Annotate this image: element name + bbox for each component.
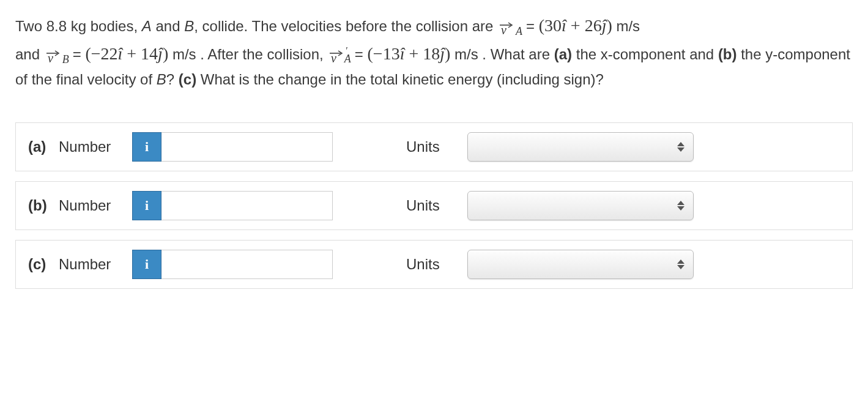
row-part-label: (c) [28,256,50,273]
vA-equals: = [526,18,539,34]
vector-arrow-icon: v [327,48,346,63]
info-icon: i [145,139,149,155]
svg-marker-10 [677,259,684,264]
row-number-label: Number [59,256,120,273]
info-button[interactable]: i [132,250,161,279]
vector-arrow-icon: v [44,48,62,63]
answer-row-c: (c) Number i Units [15,240,853,289]
part-c-text: ? [166,71,179,88]
number-input-c[interactable] [161,250,333,279]
ms1: m/s [616,18,640,34]
answer-row-a: (a) Number i Units [15,122,853,171]
svg-text:v: v [501,23,506,35]
svg-text:v: v [331,51,336,63]
select-arrows-icon [677,142,684,152]
part-a-label: (a) [554,46,572,62]
svg-marker-7 [677,147,684,152]
vB-expression: (−22î + 14ĵ) [85,44,168,63]
input-group-b: i [132,191,333,220]
svg-marker-9 [677,206,684,211]
part-c-q: What is the change in the total kinetic … [196,71,604,88]
ms2: m/s [172,46,200,62]
units-label: Units [406,138,449,155]
collide-text: , collide. The velocities before the col… [194,18,497,34]
select-arrows-icon [677,201,684,211]
vector-vA: vA [497,18,526,34]
body-A: A [142,18,152,34]
and2: and [15,46,44,62]
problem-text: Two 8.8 kg bodies, A and B, collide. The… [15,12,853,92]
svg-text:v: v [48,51,53,63]
vAp-equals: = [355,46,368,62]
row-part-label: (a) [28,138,50,155]
and1: and [152,18,184,34]
body-B2: B [157,71,166,88]
vector-vB: vB [44,47,73,62]
number-input-a[interactable] [161,132,333,162]
units-select-c[interactable] [467,250,694,279]
body-B: B [184,18,194,34]
row-number-label: Number [59,197,120,214]
svg-marker-8 [677,201,684,205]
units-select-a[interactable] [467,132,694,162]
q-text: . What are [482,46,554,62]
units-select-b[interactable] [467,191,694,220]
answer-row-b: (b) Number i Units [15,181,853,230]
vA-expression: (30î + 26ĵ) [539,16,612,35]
part-c-label: (c) [179,71,196,88]
after-text: . After the collision, [200,46,327,62]
vector-arrow-icon: v [497,20,516,35]
row-number-label: Number [59,138,120,155]
ms3: m/s [454,46,482,62]
svg-marker-11 [677,265,684,269]
info-button[interactable]: i [132,132,161,162]
vAp-expression: (−13î + 18ĵ) [368,44,451,63]
vector-vA-prime: v′A [327,47,355,62]
number-input-b[interactable] [161,191,333,220]
info-button[interactable]: i [132,191,161,220]
info-icon: i [145,256,149,272]
part-a-text: the x-component and [572,46,718,62]
info-icon: i [145,198,149,214]
input-group-c: i [132,250,333,279]
units-label: Units [406,256,449,273]
problem-part1: Two 8.8 kg bodies, [15,18,142,34]
units-label: Units [406,197,449,214]
input-group-a: i [132,132,333,162]
select-arrows-icon [677,259,684,269]
svg-marker-6 [677,142,684,146]
part-b-label: (b) [718,46,737,62]
row-part-label: (b) [28,197,50,214]
vB-equals: = [73,46,86,62]
